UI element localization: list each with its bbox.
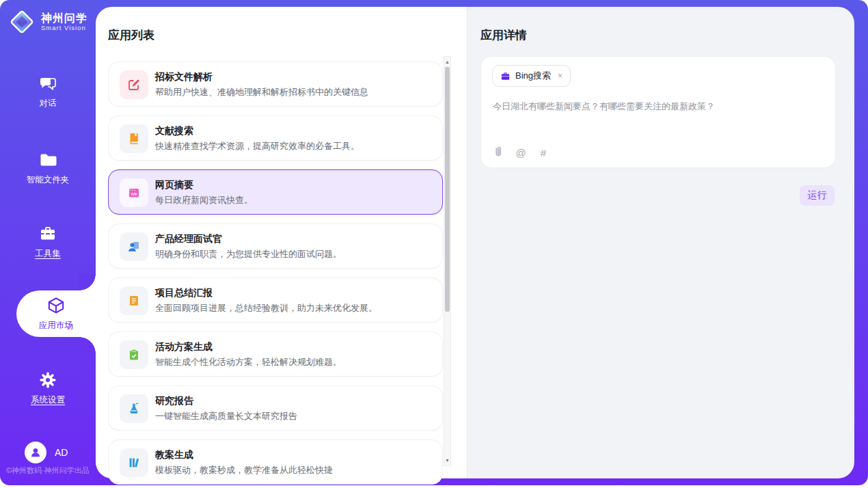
sidebar-item-label: 对话 bbox=[0, 98, 96, 109]
list-item-research-report[interactable]: 研究报告 一键智能生成高质量长文本研究报告 bbox=[108, 385, 443, 431]
sidebar-item-label: 系统设置 bbox=[0, 394, 96, 406]
app-list: 招标文件解析 帮助用户快速、准确地理解和解析招标书中的关键信息 文献搜索 快速精… bbox=[108, 62, 443, 485]
app-item-title: 活动方案生成 bbox=[155, 341, 213, 353]
app-item-desc: 帮助用户快速、准确地理解和解析招标书中的关键信息 bbox=[155, 86, 368, 98]
notch-curve-top bbox=[79, 274, 96, 290]
app-detail-panel: 应用详情 Bing搜索 × 今日湖北有哪些新闻要点？有哪些需要关注的最新政策？ bbox=[467, 7, 854, 478]
book-icon bbox=[120, 124, 148, 153]
edit-square-icon bbox=[120, 70, 148, 99]
brand-subtitle: Smart Vision bbox=[41, 25, 87, 31]
app-item-title: 文献搜索 bbox=[155, 125, 193, 137]
brand-name: 神州问学 bbox=[41, 12, 87, 25]
list-item-project-summary[interactable]: 项目总结汇报 全面回顾项目进展，总结经验教训，助力未来优化发展。 bbox=[108, 277, 443, 323]
app-item-desc: 模板驱动，教案秒成，教学准备从此轻松快捷 bbox=[155, 464, 333, 476]
app-detail-title: 应用详情 bbox=[480, 27, 527, 43]
sidebar-item-smart-folder[interactable]: 智能文件夹 bbox=[0, 150, 96, 186]
app-item-desc: 全面回顾项目进展，总结经验教训，助力未来优化发展。 bbox=[155, 302, 377, 314]
flask-icon bbox=[120, 394, 148, 423]
list-item-lesson-plan[interactable]: 教案生成 模板驱动，教案秒成，教学准备从此轻松快捷 bbox=[108, 439, 443, 485]
prompt-card: Bing搜索 × 今日湖北有哪些新闻要点？有哪些需要关注的最新政策？ @ # bbox=[480, 56, 836, 168]
report-note-icon bbox=[120, 286, 148, 315]
sidebar-item-settings[interactable]: 系统设置 bbox=[0, 370, 96, 406]
tool-chip-bing-search: Bing搜索 × bbox=[492, 65, 571, 87]
list-item-web-summary[interactable]: 网页摘要 每日政府新闻资讯快查。 bbox=[108, 170, 443, 215]
web-page-icon bbox=[120, 178, 148, 207]
sidebar-item-app-market[interactable]: 应用市场 bbox=[16, 290, 96, 337]
sidebar-item-label: 智能文件夹 bbox=[0, 174, 96, 186]
app-item-title: 项目总结汇报 bbox=[155, 287, 213, 299]
at-mention-icon[interactable]: @ bbox=[515, 147, 526, 159]
toolbox-icon bbox=[38, 224, 57, 243]
books-icon bbox=[120, 448, 148, 477]
app-item-title: 教案生成 bbox=[155, 449, 193, 461]
list-item-pm-interviewer[interactable]: 产品经理面试官 明确身份和职责，为您提供专业性的面试问题。 bbox=[108, 223, 443, 269]
user-initials: AD bbox=[55, 447, 68, 458]
brand-text: 神州问学 Smart Vision bbox=[41, 12, 87, 31]
app-item-desc: 每日政府新闻资讯快查。 bbox=[155, 194, 253, 206]
app-item-desc: 一键智能生成高质量长文本研究报告 bbox=[155, 410, 297, 422]
app-window: 神州问学 Smart Vision 对话 智能文件夹 bbox=[0, 0, 868, 485]
interviewer-icon bbox=[120, 232, 148, 261]
screen: 神州问学 Smart Vision 对话 智能文件夹 bbox=[0, 0, 868, 488]
list-item-literature-search[interactable]: 文献搜索 快速精准查找学术资源，提高研究效率的必备工具。 bbox=[108, 116, 443, 161]
list-item-bid-parse[interactable]: 招标文件解析 帮助用户快速、准确地理解和解析招标书中的关键信息 bbox=[108, 62, 443, 107]
close-icon[interactable]: × bbox=[558, 71, 562, 81]
sidebar-item-chat[interactable]: 对话 bbox=[0, 74, 96, 109]
app-item-desc: 快速精准查找学术资源，提高研究效率的必备工具。 bbox=[155, 140, 360, 152]
scrollbar-up-arrow[interactable]: ▲ bbox=[444, 57, 450, 66]
app-item-desc: 智能生成个性化活动方案，轻松解决规划难题。 bbox=[155, 356, 342, 368]
run-button[interactable]: 运行 bbox=[800, 185, 835, 206]
tool-chip-label: Bing搜索 bbox=[515, 70, 551, 82]
sidebar-item-toolbox[interactable]: 工具集 bbox=[0, 224, 96, 260]
scrollbar-thumb[interactable] bbox=[445, 67, 450, 312]
cube-icon bbox=[46, 296, 66, 316]
sidebar-item-label: 工具集 bbox=[0, 248, 96, 260]
paperclip-icon[interactable] bbox=[493, 146, 504, 159]
app-list-title: 应用列表 bbox=[108, 27, 154, 43]
prompt-input[interactable]: 今日湖北有哪些新闻要点？有哪些需要关注的最新政策？ bbox=[493, 100, 825, 113]
user-account[interactable]: AD bbox=[25, 442, 68, 463]
app-item-title: 产品经理面试官 bbox=[155, 233, 222, 245]
notch-curve-bottom bbox=[79, 337, 96, 353]
app-item-desc: 明确身份和职责，为您提供专业性的面试问题。 bbox=[155, 248, 342, 260]
clipboard-check-icon bbox=[120, 340, 148, 369]
scrollbar-down-arrow[interactable]: ▼ bbox=[444, 456, 450, 465]
sidebar-item-label: 应用市场 bbox=[39, 320, 73, 331]
copyright-text: ©神州数码·神州问学出品 bbox=[6, 465, 96, 476]
hashtag-icon[interactable]: # bbox=[538, 147, 549, 159]
list-scrollbar[interactable]: ▲ ▼ bbox=[444, 56, 451, 466]
app-item-title: 招标文件解析 bbox=[155, 71, 213, 83]
folder-icon bbox=[38, 150, 57, 170]
list-item-event-plan[interactable]: 活动方案生成 智能生成个性化活动方案，轻松解决规划难题。 bbox=[108, 331, 443, 377]
sidebar: 神州问学 Smart Vision 对话 智能文件夹 bbox=[0, 0, 96, 485]
briefcase-icon bbox=[500, 71, 511, 81]
avatar bbox=[25, 442, 46, 463]
input-tools-row: @ # bbox=[493, 146, 549, 159]
diamond-logo-icon bbox=[8, 8, 36, 36]
gear-icon bbox=[38, 370, 57, 390]
person-icon bbox=[29, 446, 42, 459]
app-list-panel: 应用列表 招标文件解析 帮助用户快速、准确地理解和解析招标书中的关键信息 bbox=[96, 7, 467, 478]
chat-icon bbox=[38, 74, 57, 93]
brand-logo: 神州问学 Smart Vision bbox=[8, 8, 87, 36]
app-item-title: 研究报告 bbox=[155, 395, 193, 407]
app-item-title: 网页摘要 bbox=[155, 179, 193, 191]
